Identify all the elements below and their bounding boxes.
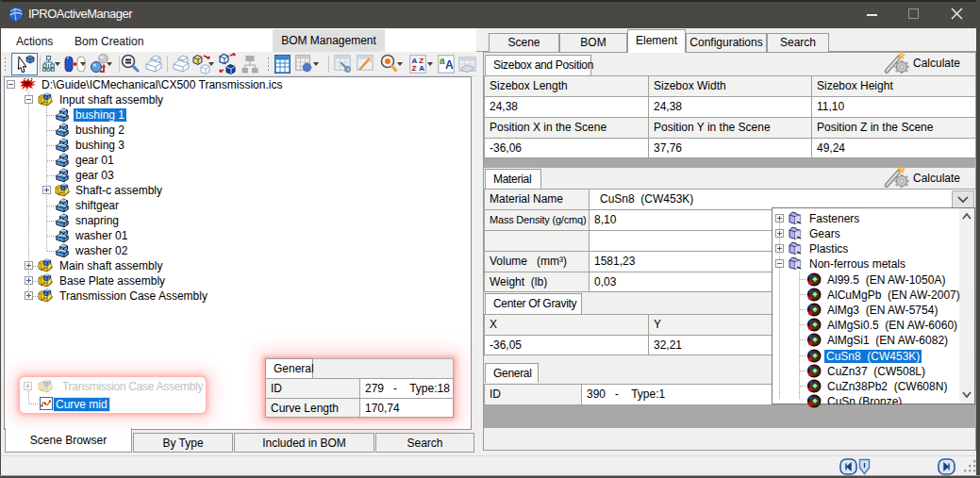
- svg-text:A: A: [412, 57, 418, 65]
- svg-text:A: A: [445, 58, 454, 72]
- svg-text:Z: Z: [419, 57, 424, 65]
- svg-text:A: A: [419, 64, 424, 73]
- svg-text:Z: Z: [412, 64, 417, 73]
